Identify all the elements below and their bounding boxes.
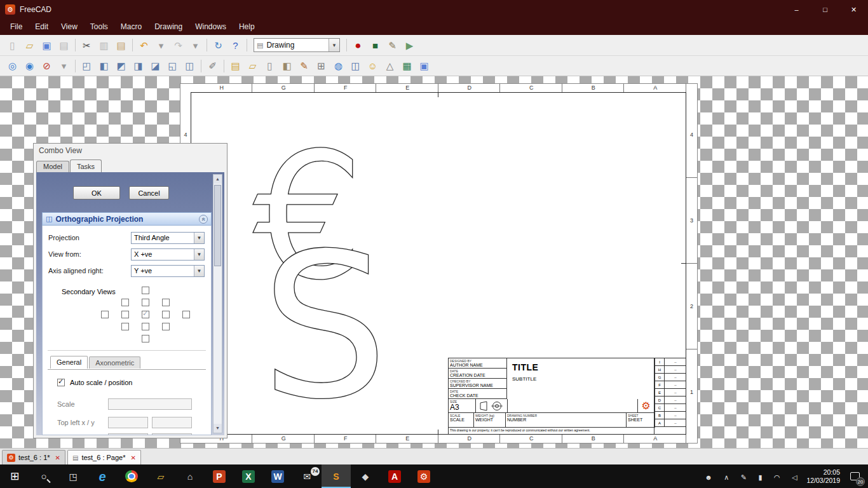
cancel-button[interactable]: Cancel [129, 186, 169, 200]
drawing-clip-button[interactable]: ⊞ [313, 58, 330, 74]
macro-record-button[interactable]: ● [349, 37, 367, 53]
macro-stop-button[interactable]: ■ [367, 37, 384, 53]
dropdown-select[interactable]: Third Angle ▼ [131, 232, 205, 244]
s-sketch-glyph[interactable]: S [261, 210, 388, 434]
secondary-view-checkbox[interactable] [162, 311, 170, 318]
taskbar-task-view-button[interactable]: ◳ [58, 464, 88, 488]
taskbar-app-edge[interactable]: e [88, 464, 117, 488]
taskbar-app-s[interactable]: S [322, 464, 351, 488]
menu-item[interactable]: Macro [114, 19, 148, 35]
maximize-button[interactable]: □ [811, 0, 839, 19]
taskbar-start-button[interactable]: ⊞ [0, 464, 29, 488]
tab-general[interactable]: General [50, 356, 88, 369]
menu-item[interactable]: Drawing [148, 19, 189, 35]
taskbar-app-chrome[interactable]: ● [117, 464, 146, 488]
view-rear-button[interactable]: ◪ [147, 58, 164, 74]
taskbar-search-button[interactable]: ○ [29, 464, 58, 488]
scroll-up-button[interactable]: ▲ [214, 175, 222, 184]
view-left-button[interactable]: ◫ [181, 58, 198, 74]
view-front-button[interactable]: ◧ [95, 58, 112, 74]
taskbar-app-store[interactable]: ⌂ [175, 464, 205, 488]
view-axonometric-button[interactable]: ◰ [78, 58, 95, 74]
drawing-draft-view-button[interactable]: △ [381, 58, 398, 74]
chevron-down-icon[interactable]: ▼ [194, 249, 204, 260]
tray-people-icon[interactable]: ☻ [705, 473, 712, 481]
measure-distance-button[interactable]: ✐ [204, 58, 221, 74]
secondary-view-checkbox[interactable] [142, 323, 149, 330]
clipped-input[interactable] [108, 433, 148, 435]
taskbar-app-freecad[interactable]: ⚙ [409, 464, 438, 488]
tray-hidden-icons-chevron[interactable]: ∧ [724, 473, 729, 481]
menu-item[interactable]: File [4, 19, 29, 35]
view-bottom-button[interactable]: ◱ [164, 58, 181, 74]
orthographic-projection-header[interactable]: ◫ Orthographic Projection « [42, 212, 212, 226]
view-right-button[interactable]: ◨ [130, 58, 147, 74]
menu-item[interactable]: View [55, 19, 84, 35]
drawing-spreadsheet-view-button[interactable]: ▦ [398, 58, 416, 74]
new-document-button[interactable]: ▯ [4, 37, 21, 53]
view-top-button[interactable]: ◩ [112, 58, 130, 74]
scroll-down-button[interactable]: ▼ [214, 424, 222, 433]
open-document-button[interactable]: ▱ [21, 37, 38, 53]
tray-network-icon[interactable]: ◠ [774, 473, 780, 481]
drawing-symbol-button[interactable]: ☺ [364, 58, 381, 74]
secondary-view-checkbox[interactable] [142, 299, 149, 306]
paste-button[interactable]: ▤ [112, 37, 130, 53]
drawing-save-page-button[interactable]: ▣ [416, 58, 433, 74]
drawing-open-svg-button[interactable]: ▱ [244, 58, 261, 74]
secondary-view-checkbox[interactable] [121, 311, 129, 318]
drawing-open-browser-button[interactable]: ◍ [330, 58, 347, 74]
action-center-button[interactable]: 20 [845, 464, 864, 488]
macro-execute-button[interactable]: ▶ [401, 37, 418, 53]
secondary-view-checkbox[interactable] [142, 335, 149, 342]
taskbar-app-acrobat[interactable]: A [380, 464, 409, 488]
taskbar-app-word[interactable]: W [263, 464, 292, 488]
copy-button[interactable]: ▥ [95, 37, 112, 53]
tray-volume-icon[interactable]: ◁ [792, 473, 797, 481]
clock[interactable]: 20:05 12/03/2019 [806, 468, 840, 485]
mdi-tab-page[interactable]: ▤ test_6 : Page* ✕ [67, 450, 141, 464]
redo-dropdown[interactable]: ▾ [187, 37, 204, 53]
menu-item[interactable]: Windows [189, 19, 233, 35]
secondary-view-checkbox[interactable] [162, 323, 170, 330]
chevron-down-icon[interactable]: ▼ [194, 233, 204, 243]
close-tab-icon[interactable]: ✕ [55, 454, 60, 461]
scrollbar[interactable]: ▲ ▼ [213, 174, 222, 433]
macro-edit-button[interactable]: ✎ [384, 37, 401, 53]
secondary-view-checkbox[interactable] [101, 311, 109, 318]
tray-pen-icon[interactable]: ✎ [741, 473, 747, 481]
taskbar-app-inkscape[interactable]: ◆ [351, 464, 380, 488]
draw-style-dropdown[interactable]: ▾ [55, 58, 72, 74]
scroll-thumb[interactable] [214, 185, 221, 266]
clipped-input[interactable] [152, 433, 192, 435]
draw-style-button[interactable]: ⊘ [38, 58, 55, 74]
drawing-ortho-views-button[interactable]: ◫ [347, 58, 364, 74]
cut-button[interactable]: ✂ [78, 37, 95, 53]
taskbar-app-excel[interactable]: X [234, 464, 263, 488]
mdi-tab-model[interactable]: ⚙ test_6 : 1* ✕ [2, 450, 65, 464]
secondary-view-checkbox[interactable] [142, 311, 149, 318]
secondary-view-checkbox[interactable] [182, 311, 190, 318]
collapse-section-button[interactable]: « [199, 215, 208, 224]
drawing-new-page-button[interactable]: ▤ [227, 58, 244, 74]
taskbar-app-explorer[interactable]: ▱ [146, 464, 175, 488]
mdi-viewport[interactable]: HGFEDCBA HGFEDCBA 4321 4321 € S [0, 76, 868, 448]
chevron-down-icon[interactable]: ▾ [329, 39, 339, 51]
secondary-view-checkbox[interactable] [142, 287, 149, 294]
print-button[interactable]: ▤ [55, 37, 72, 53]
workbench-selector[interactable]: ▤ Drawing ▾ [254, 38, 340, 52]
taskbar-app-mail[interactable]: ✉ 74 [292, 464, 322, 488]
top-left-y-input[interactable] [152, 417, 192, 428]
drawing-insert-view-button[interactable]: ◧ [278, 58, 295, 74]
drawing-new-a3-page-button[interactable]: ▯ [261, 58, 278, 74]
menu-item[interactable]: Tools [84, 19, 114, 35]
undo-button[interactable]: ↶ [135, 37, 153, 53]
whats-this-button[interactable]: ? [227, 37, 244, 53]
zoom-selection-button[interactable]: ◉ [21, 58, 38, 74]
refresh-button[interactable]: ↻ [210, 37, 227, 53]
redo-button[interactable]: ↷ [170, 37, 187, 53]
drawing-annotation-button[interactable]: ✎ [295, 58, 313, 74]
undo-dropdown[interactable]: ▾ [153, 37, 170, 53]
dropdown-select[interactable]: X +ve ▼ [131, 248, 205, 261]
top-left-x-input[interactable] [108, 417, 148, 428]
